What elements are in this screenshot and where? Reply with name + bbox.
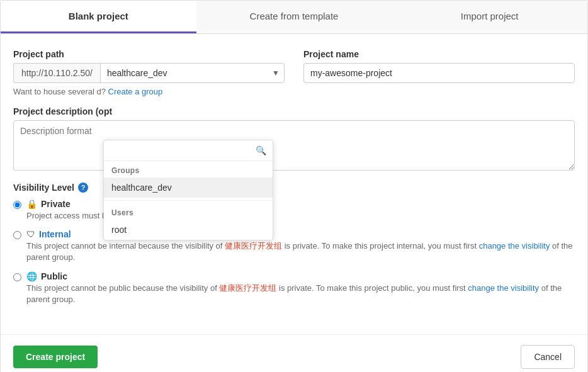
shield-icon: 🛡 xyxy=(26,229,35,239)
lock-icon: 🔒 xyxy=(26,199,37,209)
main-form: Project path http://10.110.2.50/ healthc… xyxy=(1,34,587,328)
create-group-link[interactable]: Create a group xyxy=(108,87,163,96)
search-icon: 🔍 xyxy=(256,145,266,155)
visibility-internal-option: 🛡 Internal This project cannot be intern… xyxy=(13,229,575,263)
visibility-section: Visibility Level ? 🔒 Private Project acc… xyxy=(13,183,575,305)
project-path-label: Project path xyxy=(13,49,285,59)
tab-bar: Blank project Create from template Impor… xyxy=(1,1,587,34)
public-group-link[interactable]: 健康医疗开发组 xyxy=(219,283,276,293)
visibility-internal-title: Internal xyxy=(39,229,71,239)
path-input-row: http://10.110.2.50/ healthcare_dev ▼ xyxy=(13,63,285,83)
project-name-label: Project name xyxy=(303,49,575,59)
project-name-input[interactable] xyxy=(303,63,575,83)
visibility-public-desc: This project cannot be public because th… xyxy=(26,283,575,305)
namespace-dropdown: 🔍 Groups healthcare_dev Users root xyxy=(103,140,273,240)
visibility-label: Visibility Level ? xyxy=(13,183,575,193)
internal-change-visibility-link[interactable]: change the visibility xyxy=(479,241,550,251)
tab-import-project[interactable]: Import project xyxy=(392,1,587,33)
cancel-button[interactable]: Cancel xyxy=(521,345,575,369)
visibility-private-option: 🔒 Private Project access must be granted… xyxy=(13,199,575,222)
visibility-internal-desc: This project cannot be internal because … xyxy=(26,240,575,263)
dropdown-divider xyxy=(104,200,273,201)
visibility-private-title: Private xyxy=(41,199,71,209)
description-row: Project description (opt xyxy=(13,106,575,172)
hint-text: Want to house several d? Create a group xyxy=(13,87,285,96)
path-prefix: http://10.110.2.50/ xyxy=(13,63,100,83)
visibility-public-radio[interactable] xyxy=(13,273,21,281)
top-form-row: Project path http://10.110.2.50/ healthc… xyxy=(13,49,575,96)
help-icon[interactable]: ? xyxy=(78,183,88,193)
project-path-col: Project path http://10.110.2.50/ healthc… xyxy=(13,49,285,96)
namespace-select[interactable]: healthcare_dev xyxy=(100,63,285,83)
tab-blank-project[interactable]: Blank project xyxy=(1,1,196,33)
path-select-wrapper: healthcare_dev ▼ xyxy=(100,63,285,83)
tab-create-from-template[interactable]: Create from template xyxy=(196,1,392,33)
visibility-public-option: 🌐 Public This project cannot be public b… xyxy=(13,271,575,305)
globe-icon: 🌐 xyxy=(26,271,37,281)
public-change-visibility-link[interactable]: change the visibility xyxy=(468,283,539,293)
dropdown-item-root[interactable]: root xyxy=(104,220,273,240)
project-description-textarea[interactable] xyxy=(13,120,575,171)
dropdown-item-healthcare-dev[interactable]: healthcare_dev xyxy=(104,178,273,198)
visibility-public-title: Public xyxy=(41,271,67,281)
main-container: Blank project Create from template Impor… xyxy=(0,0,588,372)
visibility-public-title-row: 🌐 Public xyxy=(26,271,575,281)
internal-group-link[interactable]: 健康医疗开发组 xyxy=(225,241,282,251)
footer-buttons: Create project Cancel xyxy=(1,334,587,372)
create-project-button[interactable]: Create project xyxy=(13,346,98,368)
visibility-internal-radio[interactable] xyxy=(13,231,21,239)
dropdown-search-input[interactable] xyxy=(110,145,252,155)
visibility-private-radio[interactable] xyxy=(13,201,21,209)
groups-section-label: Groups xyxy=(104,161,273,178)
visibility-public-content: 🌐 Public This project cannot be public b… xyxy=(26,271,575,305)
project-name-col: Project name xyxy=(303,49,575,96)
project-description-label: Project description (opt xyxy=(13,106,575,116)
users-section-label: Users xyxy=(104,203,273,220)
dropdown-search-row: 🔍 xyxy=(104,140,273,161)
